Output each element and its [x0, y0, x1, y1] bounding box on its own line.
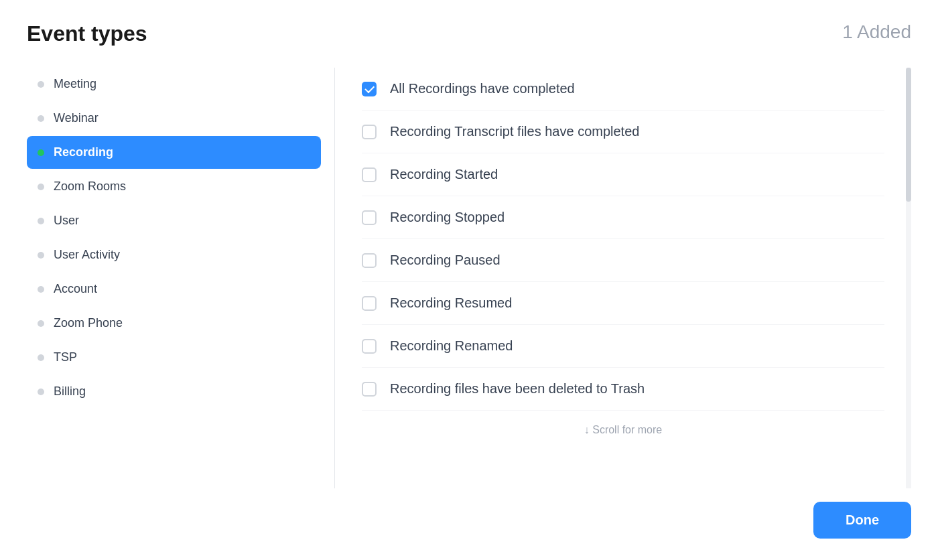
event-item-recording-deleted-trash: Recording files have been deleted to Tra… — [362, 368, 884, 411]
page-header: Event types 1 Added — [27, 21, 911, 46]
checkbox-recording-deleted-trash[interactable] — [362, 382, 377, 397]
sidebar-item-tsp[interactable]: TSP — [27, 341, 321, 374]
dot-icon — [38, 184, 44, 190]
event-item-recording-renamed: Recording Renamed — [362, 325, 884, 368]
event-item-recording-resumed: Recording Resumed — [362, 282, 884, 325]
checkbox-recording-started[interactable] — [362, 167, 377, 182]
event-label: Recording files have been deleted to Tra… — [390, 381, 645, 397]
checkbox-recording-stopped[interactable] — [362, 210, 377, 225]
sidebar-item-label: Zoom Rooms — [54, 180, 126, 194]
event-item-recording-paused: Recording Paused — [362, 239, 884, 282]
sidebar: MeetingWebinarRecordingZoom RoomsUserUse… — [27, 68, 335, 488]
event-label: Recording Stopped — [390, 210, 505, 225]
event-item-recording-stopped: Recording Stopped — [362, 196, 884, 239]
dot-icon — [38, 218, 44, 224]
content-area: MeetingWebinarRecordingZoom RoomsUserUse… — [27, 68, 911, 488]
added-count: 1 Added — [842, 21, 911, 43]
sidebar-item-label: User Activity — [54, 248, 120, 262]
page-title: Event types — [27, 21, 147, 46]
event-label: Recording Transcript files have complete… — [390, 124, 639, 139]
event-item-all-recordings-completed: All Recordings have completed — [362, 68, 884, 111]
sidebar-item-zoom-phone[interactable]: Zoom Phone — [27, 307, 321, 340]
dot-icon — [38, 252, 44, 259]
sidebar-item-label: Webinar — [54, 111, 98, 125]
checkbox-all-recordings-completed[interactable] — [362, 82, 377, 96]
event-label: All Recordings have completed — [390, 81, 575, 96]
sidebar-item-label: Account — [54, 282, 97, 296]
sidebar-item-label: Zoom Phone — [54, 316, 123, 330]
sidebar-item-label: TSP — [54, 350, 77, 364]
scrollbar-thumb[interactable] — [906, 68, 911, 202]
dot-icon — [38, 286, 44, 293]
event-item-recording-transcript-completed: Recording Transcript files have complete… — [362, 111, 884, 153]
event-label: Recording Renamed — [390, 338, 513, 354]
sidebar-item-label: User — [54, 214, 79, 228]
event-label: Recording Paused — [390, 253, 500, 268]
sidebar-item-webinar[interactable]: Webinar — [27, 102, 321, 135]
dot-icon — [38, 354, 44, 361]
sidebar-item-label: Billing — [54, 384, 86, 399]
done-button[interactable]: Done — [813, 502, 911, 539]
checkbox-recording-resumed[interactable] — [362, 296, 377, 311]
scroll-hint: ↓ Scroll for more — [362, 411, 884, 449]
sidebar-item-label: Recording — [54, 145, 113, 159]
dot-icon — [38, 81, 44, 88]
dot-icon — [38, 115, 44, 122]
checkbox-recording-paused[interactable] — [362, 253, 377, 268]
sidebar-item-meeting[interactable]: Meeting — [27, 68, 321, 100]
sidebar-item-zoom-rooms[interactable]: Zoom Rooms — [27, 170, 321, 203]
event-item-recording-started: Recording Started — [362, 153, 884, 196]
footer: Done — [27, 488, 911, 539]
sidebar-item-label: Meeting — [54, 77, 96, 91]
dot-icon — [38, 149, 44, 156]
event-label: Recording Started — [390, 167, 498, 182]
dot-icon — [38, 389, 44, 395]
checkbox-recording-transcript-completed[interactable] — [362, 125, 377, 139]
checkbox-recording-renamed[interactable] — [362, 339, 377, 354]
sidebar-item-billing[interactable]: Billing — [27, 375, 321, 408]
sidebar-item-user[interactable]: User — [27, 204, 321, 237]
events-wrapper: All Recordings have completedRecording T… — [335, 68, 911, 488]
scrollbar-track[interactable] — [906, 68, 911, 488]
sidebar-item-user-activity[interactable]: User Activity — [27, 238, 321, 271]
dot-icon — [38, 320, 44, 327]
events-panel: All Recordings have completedRecording T… — [335, 68, 911, 449]
event-label: Recording Resumed — [390, 295, 512, 311]
sidebar-item-account[interactable]: Account — [27, 273, 321, 305]
sidebar-item-recording[interactable]: Recording — [27, 136, 321, 169]
